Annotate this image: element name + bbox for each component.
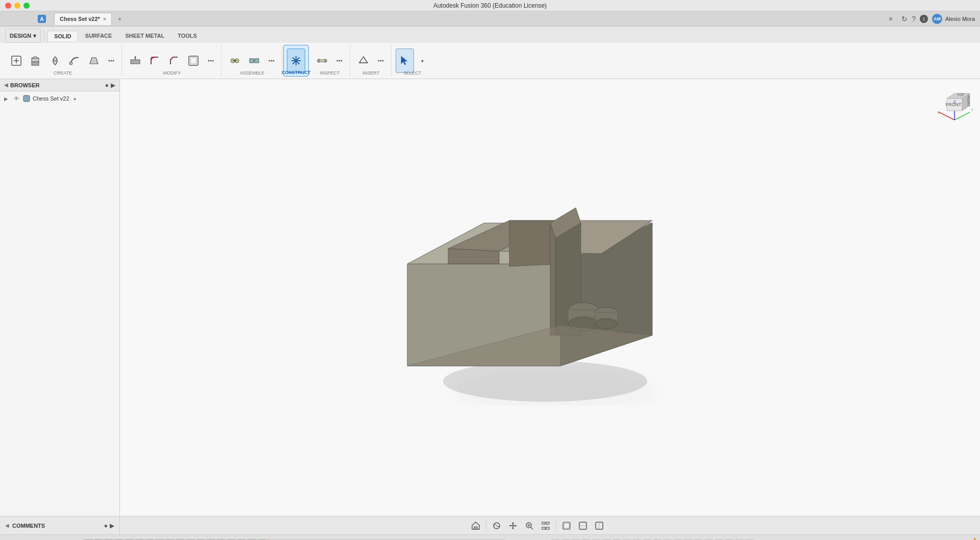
new-component-icon: [10, 54, 23, 67]
svg-marker-10: [90, 58, 98, 64]
svg-rect-86: [542, 522, 545, 524]
loft-button[interactable]: [85, 48, 103, 73]
user-name: Alexio Mora: [945, 16, 975, 22]
timeline-extra-1[interactable]: [509, 538, 521, 541]
tab-solid[interactable]: SOLID: [47, 31, 78, 41]
new-tab-button[interactable]: +: [114, 13, 126, 25]
comments-options-icon[interactable]: ●: [104, 522, 108, 529]
select-icon: [398, 54, 411, 67]
component-icon: [22, 94, 31, 103]
svg-rect-14: [131, 60, 140, 64]
close-button[interactable]: [5, 3, 11, 9]
create-label: CREATE: [54, 70, 72, 76]
close-icon[interactable]: ×: [889, 15, 893, 23]
orbit-button[interactable]: [489, 519, 504, 533]
svg-point-29: [271, 60, 273, 62]
zoom-button[interactable]: [522, 519, 536, 533]
select-group: ▾ SELECT: [393, 45, 432, 77]
svg-point-55: [443, 361, 647, 402]
svg-marker-79: [512, 528, 514, 529]
toolbar-content: CREATE: [0, 43, 980, 79]
browser-options-icon[interactable]: ●: [105, 82, 109, 89]
svg-line-83: [531, 527, 533, 529]
modify-more-button[interactable]: [204, 54, 218, 68]
as-built-joint-button[interactable]: [245, 48, 263, 73]
tab-sheet-metal[interactable]: SHEET METAL: [119, 31, 170, 41]
insert-mesh-icon: [357, 54, 370, 67]
fit-button[interactable]: [538, 519, 553, 533]
bottombar: ◀ COMMENTS ● ▶: [0, 516, 980, 534]
svg-rect-74: [474, 527, 477, 529]
fillet-button[interactable]: [145, 48, 164, 73]
svg-marker-7: [32, 56, 39, 58]
browser-expand-icon[interactable]: ▶: [111, 82, 115, 89]
select-more-button[interactable]: ▾: [415, 54, 429, 68]
insert-mesh-button[interactable]: [354, 48, 373, 73]
browser-collapse-icon[interactable]: ◀: [4, 82, 8, 88]
minimize-button[interactable]: [14, 3, 20, 9]
svg-line-17: [170, 57, 173, 60]
revolve-button[interactable]: [46, 48, 64, 73]
canvas[interactable]: FRONT TOP RIGHT X Y Z: [120, 79, 980, 516]
timeline-prev-button[interactable]: ◀: [18, 538, 31, 541]
viewcube[interactable]: FRONT TOP RIGHT X Y Z: [934, 84, 975, 125]
sweep-icon: [68, 54, 81, 67]
tree-expand-icon: ▶: [4, 96, 10, 102]
timeline-go-start-button[interactable]: ⏮: [4, 538, 16, 541]
document-tab[interactable]: Chess Set v22* ×: [54, 13, 112, 25]
joint-button[interactable]: [226, 48, 244, 73]
extrude-button[interactable]: [27, 48, 45, 73]
svg-rect-6: [32, 58, 39, 62]
tree-item-options[interactable]: ●: [74, 96, 77, 102]
tab-close-icon[interactable]: ×: [103, 16, 106, 22]
timeline-extra-3[interactable]: [536, 538, 549, 541]
svg-rect-91: [564, 523, 569, 528]
assemble-more-button[interactable]: [264, 54, 279, 68]
sweep-button[interactable]: [65, 48, 84, 73]
tab-tools[interactable]: TOOLS: [172, 31, 203, 41]
create-more-button[interactable]: [104, 54, 118, 68]
home-view-button[interactable]: [469, 519, 483, 533]
refresh-icon[interactable]: ↻: [901, 15, 908, 23]
svg-point-20: [210, 60, 212, 62]
svg-point-71: [595, 318, 618, 329]
svg-point-8: [54, 59, 57, 62]
tree-item-chess-set[interactable]: ▶ 👁 Chess Set v22 ●: [0, 93, 119, 104]
svg-rect-26: [250, 59, 254, 63]
separator: [897, 15, 897, 23]
construct-label: CONSTRUCT: [282, 70, 311, 75]
modify-group: MODIFY: [123, 45, 222, 77]
pan-button[interactable]: [506, 519, 520, 533]
timeline-next-button[interactable]: ⏭: [61, 538, 74, 541]
offset-plane-button[interactable]: [287, 48, 305, 73]
design-dropdown[interactable]: DESIGN ▾: [5, 29, 41, 43]
maximize-button[interactable]: [23, 3, 30, 9]
select-button[interactable]: [396, 48, 414, 73]
display-mode-1-button[interactable]: [559, 519, 574, 533]
browser-controls: ● ▶: [105, 82, 115, 89]
display-mode-3-button[interactable]: [592, 519, 606, 533]
insert-more-button[interactable]: [374, 54, 388, 68]
press-pull-button[interactable]: [126, 48, 144, 73]
measure-button[interactable]: [313, 48, 331, 73]
app-icon: A: [36, 13, 48, 25]
help-icon[interactable]: ?: [912, 15, 916, 23]
chamfer-button[interactable]: [165, 48, 183, 73]
chamfer-icon: [167, 54, 181, 67]
new-component-button[interactable]: [7, 48, 26, 73]
display-mode-2-button[interactable]: [576, 519, 590, 533]
viewcube-right-label: RIGHT: [967, 95, 970, 107]
timeline-play-button[interactable]: ▶: [33, 538, 45, 541]
inspect-more-button[interactable]: [332, 54, 347, 68]
design-label: DESIGN: [10, 33, 31, 39]
tab-surface[interactable]: SURFACE: [79, 31, 118, 41]
shell-button[interactable]: [184, 48, 203, 73]
svg-marker-81: [515, 525, 517, 527]
timeline-stop-button[interactable]: ⏹: [47, 538, 59, 541]
svg-point-30: [269, 60, 271, 62]
notification-badge[interactable]: 1: [920, 15, 928, 23]
comments-collapse-icon[interactable]: ◀: [5, 523, 9, 528]
timeline-extra-2[interactable]: [523, 538, 535, 541]
comments-expand-icon[interactable]: ▶: [110, 522, 114, 529]
x-axis-label: X: [937, 110, 940, 115]
